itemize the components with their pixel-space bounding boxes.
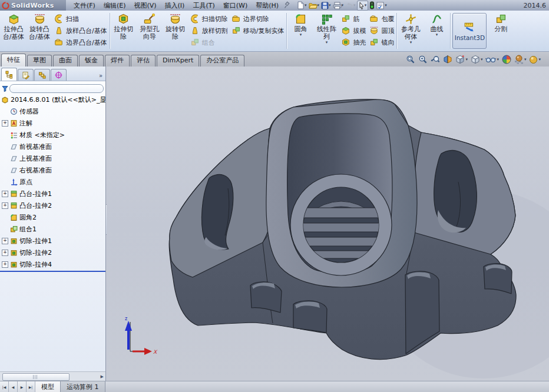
tree-item-fillet2[interactable]: 圆角2 xyxy=(0,211,105,223)
tab-sheet-metal[interactable]: 钣金 xyxy=(79,55,104,67)
expand-icon[interactable]: + xyxy=(2,191,8,197)
options-button[interactable]: ▾ xyxy=(376,1,388,11)
mirror-button[interactable]: 镜向 xyxy=(369,37,394,48)
sweep-button[interactable]: 扫描 xyxy=(54,14,107,24)
expand-icon[interactable]: + xyxy=(2,120,8,127)
revolve-cut-button[interactable]: 旋转切除 xyxy=(163,11,188,51)
tab-scroll-first-button[interactable]: |◀ xyxy=(0,381,9,392)
tree-item-top-plane[interactable]: 上视基准面 xyxy=(0,152,105,164)
tab-scroll-last-button[interactable]: ▶| xyxy=(27,381,35,392)
tab-features[interactable]: 特征 xyxy=(1,54,26,67)
combine-button[interactable]: 组合 xyxy=(190,37,228,48)
zoom-to-fit-button[interactable] xyxy=(406,55,415,64)
tree-item-front-plane[interactable]: 前视基准面 xyxy=(0,141,105,152)
rib-button[interactable]: 筋 xyxy=(341,14,366,24)
draft-button[interactable]: 拔模 xyxy=(341,25,366,36)
new-document-button[interactable]: ▾ xyxy=(296,1,307,11)
extrude-cut-button[interactable]: 拉伸切除 xyxy=(111,11,137,51)
move-copy-bodies-button[interactable]: 移动/复制实体 xyxy=(231,25,285,36)
wrap-button[interactable]: 包覆 xyxy=(369,14,394,24)
expand-icon[interactable]: + xyxy=(2,202,8,209)
boundary-boss-button[interactable]: 边界凸台/基体 xyxy=(54,37,107,48)
expand-icon[interactable]: + xyxy=(2,261,8,268)
scrollbar-right-arrow[interactable]: ▶ xyxy=(101,374,104,379)
tab-surfaces[interactable]: 曲面 xyxy=(53,55,78,67)
menu-edit[interactable]: 编辑(E) xyxy=(100,1,130,11)
undo-button[interactable]: ▾ xyxy=(345,1,356,11)
rebuild-button[interactable] xyxy=(369,1,375,11)
scrollbar-thumb[interactable] xyxy=(2,373,70,381)
tree-item-sensors[interactable]: 传感器 xyxy=(0,105,105,117)
extrude-boss-button[interactable]: 拉伸凸台/基体 xyxy=(1,11,27,51)
revolve-boss-button[interactable]: 旋转凸台/基体 xyxy=(27,11,52,51)
featuremanager-tree-tab[interactable] xyxy=(1,68,17,81)
pattern-dropdown-icon[interactable]: ▾ xyxy=(326,41,328,45)
previous-view-button[interactable] xyxy=(431,55,440,64)
tree-item-annotations[interactable]: + 注解 xyxy=(0,117,105,129)
expand-icon[interactable]: + xyxy=(2,250,8,256)
menu-file[interactable]: 文件(F) xyxy=(70,1,100,11)
tab-sketch[interactable]: 草图 xyxy=(27,55,52,67)
tree-item-combine1[interactable]: 组合1 xyxy=(0,223,105,235)
zoom-to-area-button[interactable] xyxy=(418,55,428,64)
tab-office-products[interactable]: 办公室产品 xyxy=(200,55,244,67)
menu-view[interactable]: 视图(V) xyxy=(130,1,160,11)
menu-tools[interactable]: 工具(T) xyxy=(188,1,219,11)
model-viewport[interactable]: z X xyxy=(107,67,549,381)
tree-filter-input[interactable] xyxy=(9,84,104,93)
panel-expand-chevron[interactable]: » xyxy=(99,72,105,81)
tree-item-origin[interactable]: 原点 xyxy=(0,176,105,188)
tree-item-cut-extrude1[interactable]: + 切除-拉伸1 xyxy=(0,235,105,247)
tree-item-boss-extrude2[interactable]: + 凸台-拉伸2 xyxy=(0,200,105,211)
linear-pattern-button[interactable]: 线性阵列▾ xyxy=(313,11,339,51)
menubar-pin-button[interactable] xyxy=(284,2,290,9)
lofted-cut-button[interactable]: 放样切割 xyxy=(190,25,228,36)
panel-horizontal-scrollbar[interactable]: ▶ xyxy=(0,371,105,381)
tree-item-material[interactable]: 材质 <未指定> xyxy=(0,129,105,141)
edit-appearance-button[interactable] xyxy=(502,55,511,64)
view-orientation-button[interactable]: ▾ xyxy=(455,55,468,64)
split-button[interactable]: 分割 xyxy=(488,11,514,51)
select-tool-button[interactable]: ▾ xyxy=(357,1,369,11)
curves-dropdown-icon[interactable]: ▾ xyxy=(436,33,438,37)
open-document-button[interactable]: ▾ xyxy=(308,1,320,11)
tab-scroll-next-button[interactable]: ▶ xyxy=(18,381,27,392)
fillet-button[interactable]: 圆角▾ xyxy=(287,11,313,51)
print-button[interactable]: ▾ xyxy=(332,1,345,11)
boundary-cut-button[interactable]: 边界切除 xyxy=(231,14,285,24)
hole-wizard-button[interactable]: 异型孔向导 xyxy=(137,11,163,51)
reference-geometry-button[interactable]: 参考几何体▾ xyxy=(398,11,424,51)
shell-button[interactable]: 抽壳 xyxy=(341,37,366,48)
menu-window[interactable]: 窗口(W) xyxy=(219,1,252,11)
save-button[interactable]: ▾ xyxy=(320,1,332,11)
tree-item-cut-extrude2[interactable]: + 切除-拉伸2 xyxy=(0,247,105,258)
tab-scroll-prev-button[interactable]: ◀ xyxy=(9,381,18,392)
section-view-button[interactable] xyxy=(443,55,452,64)
menu-insert[interactable]: 插入(I) xyxy=(161,1,189,11)
rollback-bar[interactable] xyxy=(0,271,105,272)
propertymanager-tab[interactable] xyxy=(18,69,34,81)
hide-show-items-button[interactable]: ▾ xyxy=(485,55,499,64)
dimxpertmanager-tab[interactable] xyxy=(51,69,67,81)
instant3d-toggle-button[interactable]: Instant3D xyxy=(452,13,487,49)
expand-icon[interactable]: + xyxy=(2,238,8,244)
refgeo-dropdown-icon[interactable]: ▾ xyxy=(410,41,412,45)
tree-root-item[interactable]: 2014.6.8.01 (默认<<默认>_显 xyxy=(0,94,105,105)
tab-evaluate[interactable]: 评估 xyxy=(131,55,156,67)
fillet-dropdown-icon[interactable]: ▾ xyxy=(300,33,302,37)
tab-weldments[interactable]: 焊件 xyxy=(105,55,130,67)
tab-dimxpert[interactable]: DimXpert xyxy=(157,55,199,67)
configurationmanager-tab[interactable] xyxy=(34,69,50,81)
tree-item-boss-extrude1[interactable]: + 凸台-拉伸1 xyxy=(0,188,105,200)
motion-study-tab[interactable]: 运动算例 1 xyxy=(61,381,105,392)
view-settings-button[interactable]: ▾ xyxy=(529,55,541,64)
model-tab[interactable]: 模型 xyxy=(35,381,61,392)
loft-boss-button[interactable]: 放样凸台/基体 xyxy=(54,25,107,36)
menu-help[interactable]: 帮助(H) xyxy=(252,1,283,11)
tree-item-cut-extrude4[interactable]: + 切除-拉伸4 xyxy=(0,258,105,270)
display-style-button[interactable]: ▾ xyxy=(471,55,483,64)
dome-button[interactable]: 圆顶 xyxy=(369,25,394,36)
apply-scene-button[interactable]: ▾ xyxy=(514,55,527,64)
tree-item-right-plane[interactable]: 右视基准面 xyxy=(0,164,105,176)
curves-button[interactable]: 曲线▾ xyxy=(424,11,449,51)
